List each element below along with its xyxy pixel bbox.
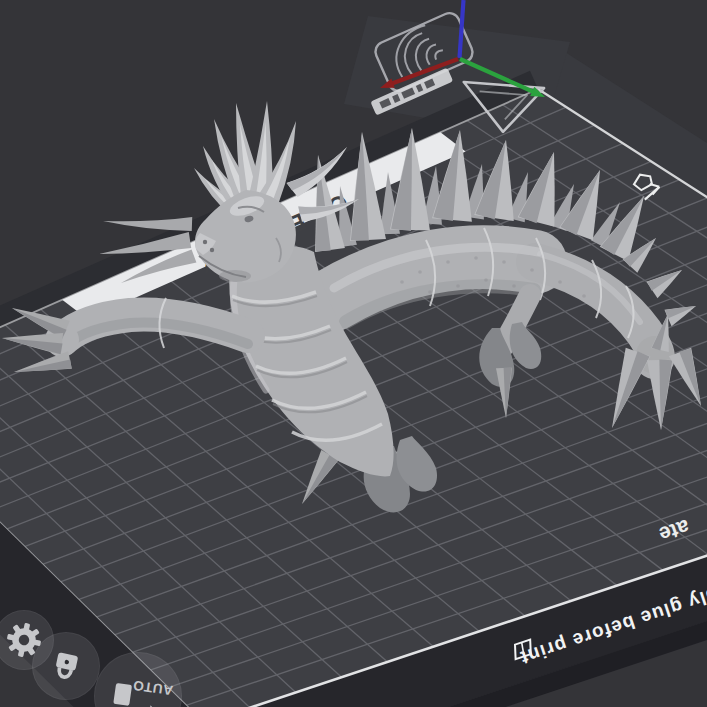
auto-arrange-button[interactable]: AUTO bbox=[94, 652, 182, 707]
dragon-nostril bbox=[210, 248, 214, 252]
auto-arrange-icon: AUTO bbox=[101, 659, 175, 707]
viewport-scene[interactable]: CREALITY ply glue before print ate bbox=[0, 0, 707, 707]
dragon-nostril bbox=[203, 240, 207, 244]
auto-button-label: AUTO bbox=[132, 677, 174, 698]
slicer-3d-viewport[interactable]: CREALITY ply glue before print ate bbox=[0, 0, 707, 707]
lock-plate-button[interactable] bbox=[32, 632, 100, 700]
lock-icon bbox=[42, 642, 90, 690]
dragon-head bbox=[195, 190, 296, 283]
